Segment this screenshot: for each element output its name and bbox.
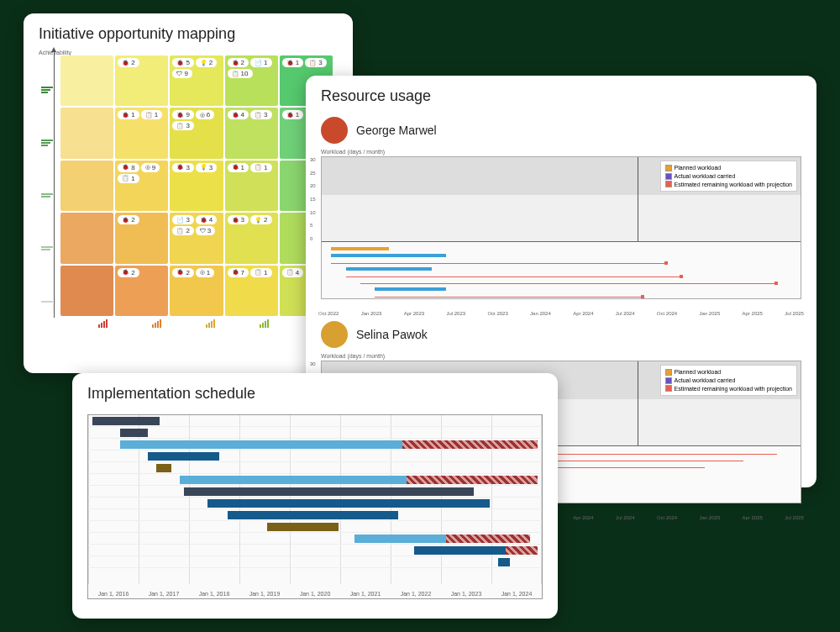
initiative-pill[interactable]: 🛡3 xyxy=(196,226,215,235)
value-bars-icon xyxy=(260,319,271,328)
gantt-bar[interactable] xyxy=(228,511,399,519)
initiative-mapping-card: Initiative opportunity mapping Achievabi… xyxy=(24,13,353,373)
gantt-bar[interactable] xyxy=(180,476,407,484)
initiative-pill[interactable]: 🐞7 xyxy=(228,268,249,277)
matrix-cell[interactable]: 🐞1📋1 xyxy=(115,108,168,158)
gantt-chart: Jan 1, 2016Jan 1, 2017Jan 1, 2018Jan 1, … xyxy=(87,414,543,599)
gantt-row xyxy=(88,427,542,439)
gantt-row xyxy=(88,439,542,450)
gantt-bar-projected[interactable] xyxy=(446,535,529,543)
matrix-cell[interactable] xyxy=(60,161,113,211)
initiative-pill[interactable]: 💡3 xyxy=(196,163,217,172)
initiative-pill[interactable]: 🐞1 xyxy=(118,110,139,119)
matrix-cell[interactable]: 🐞5💡2🛡9 xyxy=(170,55,223,106)
achievability-icon-4 xyxy=(41,139,53,147)
initiative-pill[interactable]: 🛡9 xyxy=(172,69,192,78)
gantt-row xyxy=(88,509,542,521)
initiative-pill[interactable]: 🐞3 xyxy=(228,215,249,224)
chart-x-ticks: Oct 2022Jan 2023Apr 2023Jul 2023Oct 2023… xyxy=(306,309,816,316)
initiative-pill[interactable]: 🐞2 xyxy=(118,268,139,277)
matrix-cell[interactable]: 🐞7📋1 xyxy=(225,266,278,316)
initiative-pill[interactable]: 🐞4 xyxy=(196,215,217,224)
timeline-bar xyxy=(375,297,643,298)
gantt-row xyxy=(88,498,542,509)
person-name: Selina Pawok xyxy=(356,328,428,341)
gantt-bar[interactable] xyxy=(498,558,510,566)
initiative-pill[interactable]: 📄1 xyxy=(250,58,271,67)
gantt-bar[interactable] xyxy=(92,417,160,425)
matrix-cell[interactable] xyxy=(60,213,113,263)
y-axis-label: Achievability xyxy=(24,50,353,55)
achievability-icon-2 xyxy=(41,245,53,253)
initiative-pill[interactable]: 💡2 xyxy=(196,58,217,67)
matrix-cell[interactable]: 🐞2 xyxy=(115,213,168,263)
matrix-cell[interactable]: 🐞2◎1 xyxy=(170,266,223,316)
workload-chart: 302520151050Planned workloadActual workl… xyxy=(321,156,801,299)
initiative-pill[interactable]: 🐞4 xyxy=(228,110,249,119)
y-axis-arrow xyxy=(54,49,55,318)
gantt-bar[interactable] xyxy=(267,523,339,531)
achievability-icon-1 xyxy=(41,298,53,306)
gantt-bar[interactable] xyxy=(148,452,219,461)
matrix-cell[interactable]: 🐞2 xyxy=(115,55,168,106)
initiative-pill[interactable]: 📋3 xyxy=(305,58,326,67)
gantt-bar[interactable] xyxy=(120,440,402,449)
initiative-pill[interactable]: 🐞2 xyxy=(228,58,249,67)
matrix-cell[interactable]: 🐞3💡2 xyxy=(225,213,278,263)
gantt-bar-projected[interactable] xyxy=(407,476,538,484)
initiative-pill[interactable]: 📋1 xyxy=(141,110,162,119)
initiative-pill[interactable]: 📋10 xyxy=(228,69,253,78)
initiative-pill[interactable]: 📋1 xyxy=(250,163,271,172)
matrix-cell[interactable] xyxy=(60,55,113,106)
initiative-pill[interactable]: 🐞3 xyxy=(172,163,193,172)
initiative-pill[interactable]: 📋3 xyxy=(250,110,271,119)
matrix-cell[interactable]: 🐞9◎6📋3 xyxy=(170,108,223,158)
initiative-pill[interactable]: 🐞1 xyxy=(228,163,249,172)
initiative-pill[interactable]: 🐞2 xyxy=(118,215,139,224)
matrix-cell[interactable]: 🐞1📋1 xyxy=(225,161,278,211)
initiative-pill[interactable]: 📋3 xyxy=(172,121,193,130)
initiative-pill[interactable]: 🐞9 xyxy=(172,110,193,119)
initiative-pill[interactable]: 🐞1 xyxy=(282,110,303,119)
matrix-cell[interactable] xyxy=(60,266,113,316)
gantt-row xyxy=(88,556,542,568)
matrix-cell[interactable]: 📄3🐞4📋2🛡3 xyxy=(170,213,223,263)
initiative-pill[interactable]: 🐞2 xyxy=(118,58,139,67)
gantt-row xyxy=(88,415,542,427)
initiative-pill[interactable]: 📋1 xyxy=(118,174,139,183)
gantt-bar[interactable] xyxy=(156,464,172,472)
initiative-pill[interactable]: 📄3 xyxy=(172,215,193,224)
initiative-pill[interactable]: ◎6 xyxy=(196,110,214,119)
timeline-bar xyxy=(346,267,433,271)
gantt-row xyxy=(88,486,542,498)
initiative-pill[interactable]: ◎1 xyxy=(196,268,214,277)
matrix-cell[interactable]: 🐞2📄1📋10 xyxy=(225,55,278,106)
initiative-pill[interactable]: ◎9 xyxy=(141,163,160,172)
initiative-pill[interactable]: 🐞1 xyxy=(282,58,303,67)
gantt-bar[interactable] xyxy=(354,535,446,543)
gantt-bar[interactable] xyxy=(120,429,148,437)
card-title: Initiative opportunity mapping xyxy=(24,13,353,50)
chart-y-label: Workload (days / month) xyxy=(306,353,816,361)
gantt-bar-projected[interactable] xyxy=(402,440,538,449)
matrix-cell[interactable]: 🐞3💡3 xyxy=(170,161,223,211)
initiative-pill[interactable]: 💡2 xyxy=(250,215,271,224)
initiative-pill[interactable]: 📋2 xyxy=(172,226,193,235)
gantt-bar-projected[interactable] xyxy=(506,546,538,555)
initiative-pill[interactable]: 📋4 xyxy=(282,268,303,277)
gantt-bar[interactable] xyxy=(207,499,490,508)
matrix-cell[interactable] xyxy=(60,108,113,158)
gantt-row xyxy=(88,462,542,474)
gantt-bar[interactable] xyxy=(184,487,475,496)
matrix-cell[interactable]: 🐞4📋3 xyxy=(225,108,278,158)
gantt-bar[interactable] xyxy=(414,546,506,555)
timeline-bar xyxy=(360,283,777,284)
matrix-cell[interactable]: 🐞2 xyxy=(115,266,168,316)
avatar xyxy=(321,321,348,348)
initiative-pill[interactable]: 📋1 xyxy=(250,268,271,277)
initiative-pill[interactable]: 🐞5 xyxy=(172,58,193,67)
initiative-pill[interactable]: 🐞2 xyxy=(172,268,193,277)
matrix-cell[interactable]: 🐞8◎9📋1 xyxy=(115,161,168,211)
initiative-pill[interactable]: 🐞8 xyxy=(118,163,139,172)
gantt-row xyxy=(88,545,542,556)
